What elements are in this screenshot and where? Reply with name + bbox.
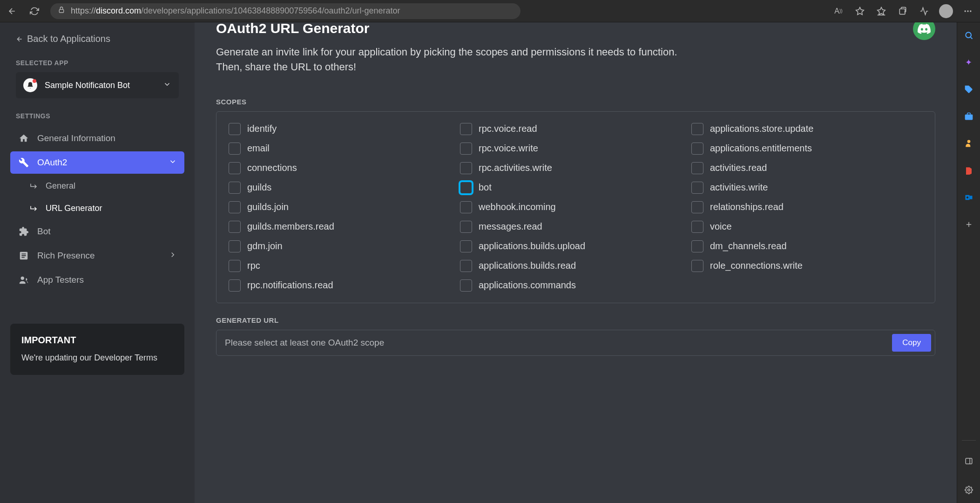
nav-label: OAuth2 [37,157,67,168]
scope-dm_channels-read[interactable]: dm_channels.read [691,240,923,252]
scope-label: connections [247,163,297,173]
profile-avatar[interactable] [939,4,953,18]
scope-rpc-voice-read[interactable]: rpc.voice.read [460,123,691,135]
url-bar[interactable]: https://discord.com/developers/applicati… [50,3,520,19]
checkbox-icon[interactable] [229,123,241,135]
scope-webhook-incoming[interactable]: webhook.incoming [460,201,691,213]
checkbox-icon[interactable] [460,260,472,272]
scope-guilds-members-read[interactable]: guilds.members.read [229,221,460,233]
svg-rect-4 [899,9,905,14]
checkbox-icon[interactable] [229,201,241,213]
tag-icon[interactable] [962,83,975,96]
discord-logo-badge[interactable] [913,22,935,40]
back-to-applications-link[interactable]: Back to Applications [0,22,195,54]
copy-button[interactable]: Copy [892,334,931,352]
chevron-down-icon [169,157,177,168]
checkbox-icon[interactable] [229,162,241,174]
back-link-label: Back to Applications [27,34,110,44]
refresh-button[interactable] [28,5,41,18]
toolbox-icon[interactable] [962,110,975,123]
checkbox-icon[interactable] [460,201,472,213]
scope-label: rpc.notifications.read [247,280,333,291]
scope-identify[interactable]: identify [229,123,460,135]
generated-url-placeholder: Please select at least one OAuth2 scope [225,338,384,348]
scope-rpc-notifications-read[interactable]: rpc.notifications.read [229,279,460,292]
heartbeat-icon[interactable] [918,5,931,18]
favorites-list-icon[interactable] [875,5,888,18]
read-aloud-icon[interactable]: A)) [832,5,845,18]
scope-rpc-activities-write[interactable]: rpc.activities.write [460,162,691,174]
search-icon[interactable] [962,29,975,42]
back-button[interactable] [6,5,19,18]
nav-rich-presence[interactable]: Rich Presence [10,245,184,267]
scope-applications-commands[interactable]: applications.commands [460,279,691,292]
checkbox-icon[interactable] [691,260,703,272]
checkbox-icon[interactable] [691,143,703,155]
sparkle-icon[interactable]: ✦ [962,56,975,69]
selected-app-name: Sample Notificaton Bot [45,81,155,90]
checkbox-icon[interactable] [229,279,241,292]
scope-label: applications.builds.upload [479,241,585,252]
scope-activities-write[interactable]: activities.write [691,182,923,194]
scope-label: activities.write [710,182,768,193]
checkbox-icon[interactable] [460,240,472,252]
app-selector-dropdown[interactable]: Sample Notificaton Bot [16,72,179,98]
checkbox-icon[interactable] [460,123,472,135]
generated-url-heading: GENERATED URL [216,316,935,324]
scope-rpc[interactable]: rpc [229,260,460,272]
checkbox-icon[interactable] [691,182,703,194]
checkbox-icon[interactable] [229,143,241,155]
nav-app-testers[interactable]: App Testers [10,269,184,291]
checkbox-icon[interactable] [460,221,472,233]
checkbox-icon[interactable] [229,240,241,252]
collections-icon[interactable] [896,5,909,18]
scope-relationships-read[interactable]: relationships.read [691,201,923,213]
checkbox-icon[interactable] [460,143,472,155]
nav-label: App Testers [37,275,84,285]
scope-guilds[interactable]: guilds [229,182,460,194]
settings-gear-icon[interactable] [962,483,975,496]
scope-applications-entitlements[interactable]: applications.entitlements [691,143,923,155]
scope-connections[interactable]: connections [229,162,460,174]
scope-email[interactable]: email [229,143,460,155]
subnav-oauth2-general[interactable]: General [10,176,184,196]
scope-gdm-join[interactable]: gdm.join [229,240,460,252]
svg-point-19 [967,489,970,491]
outlook-icon[interactable] [962,191,975,204]
nav-bot[interactable]: Bot [10,220,184,243]
office-icon[interactable] [962,164,975,177]
panel-icon[interactable] [962,455,975,468]
nav-oauth2[interactable]: OAuth2 [10,151,184,174]
more-options-icon[interactable] [961,5,974,18]
checkbox-icon[interactable] [460,182,472,194]
favorite-star-icon[interactable] [853,5,866,18]
scope-applications-store-update[interactable]: applications.store.update [691,123,923,135]
checkbox-icon[interactable] [229,221,241,233]
scope-role_connections-write[interactable]: role_connections.write [691,260,923,272]
scope-bot[interactable]: bot [460,182,691,194]
scope-label: role_connections.write [710,260,803,271]
scope-voice[interactable]: voice [691,221,923,233]
scope-applications-builds-read[interactable]: applications.builds.read [460,260,691,272]
subnav-oauth2-urlgenerator[interactable]: URL Generator [10,198,184,218]
selected-app-heading: SELECTED APP [0,54,195,72]
scope-guilds-join[interactable]: guilds.join [229,201,460,213]
nav-general-information[interactable]: General Information [10,127,184,150]
people-icon[interactable] [962,137,975,150]
scope-activities-read[interactable]: activities.read [691,162,923,174]
scope-rpc-voice-write[interactable]: rpc.voice.write [460,143,691,155]
checkbox-icon[interactable] [691,221,703,233]
scope-label: gdm.join [247,241,283,252]
checkbox-icon[interactable] [691,201,703,213]
scope-messages-read[interactable]: messages.read [460,221,691,233]
checkbox-icon[interactable] [460,279,472,292]
plus-icon[interactable] [962,218,975,231]
checkbox-icon[interactable] [460,162,472,174]
scope-applications-builds-upload[interactable]: applications.builds.upload [460,240,691,252]
checkbox-icon[interactable] [229,182,241,194]
checkbox-icon[interactable] [229,260,241,272]
checkbox-icon[interactable] [691,162,703,174]
checkbox-icon[interactable] [691,123,703,135]
checkbox-icon[interactable] [691,240,703,252]
subnav-arrow-icon [29,204,38,212]
